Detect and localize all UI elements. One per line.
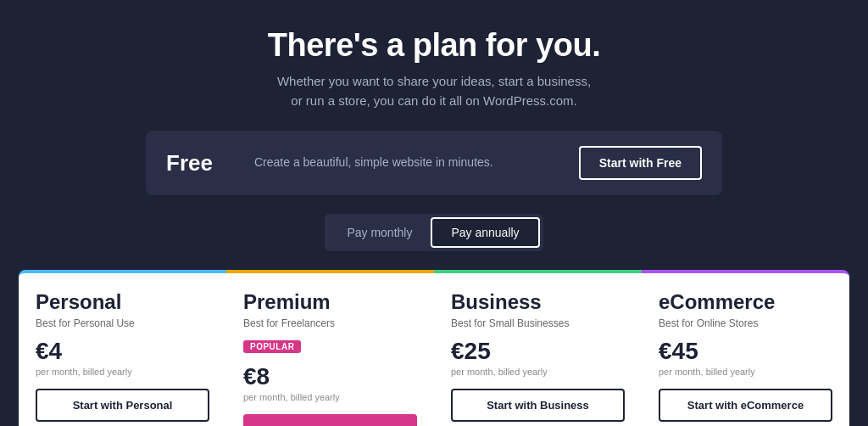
header-section: There's a plan for you. Whether you want… bbox=[268, 27, 600, 110]
popular-badge: POPULAR bbox=[243, 340, 301, 353]
free-plan-bar: Free Create a beautiful, simple website … bbox=[146, 131, 722, 195]
premium-plan-card: Premium Best for Freelancers POPULAR €8 … bbox=[226, 270, 434, 426]
business-plan-price: €25 bbox=[451, 338, 625, 365]
premium-plan-price: €8 bbox=[243, 363, 417, 390]
start-ecommerce-button[interactable]: Start with eCommerce bbox=[659, 389, 832, 422]
premium-plan-billing: per month, billed yearly bbox=[243, 392, 417, 402]
ecommerce-plan-billing: per month, billed yearly bbox=[659, 367, 832, 377]
plans-grid: Personal Best for Personal Use €4 per mo… bbox=[19, 270, 849, 426]
free-plan-description: Create a beautiful, simple website in mi… bbox=[254, 154, 559, 171]
page-title: There's a plan for you. bbox=[268, 27, 600, 64]
premium-plan-name: Premium bbox=[243, 290, 417, 314]
personal-plan-billing: per month, billed yearly bbox=[36, 367, 209, 377]
start-business-button[interactable]: Start with Business bbox=[451, 389, 625, 422]
start-free-button[interactable]: Start with Free bbox=[579, 146, 702, 180]
personal-plan-name: Personal bbox=[36, 290, 209, 314]
ecommerce-plan-tagline: Best for Online Stores bbox=[659, 317, 832, 329]
personal-plan-price: €4 bbox=[36, 338, 209, 365]
billing-toggle: Pay monthly Pay annually bbox=[325, 214, 542, 251]
business-plan-name: Business bbox=[451, 290, 625, 314]
pay-monthly-button[interactable]: Pay monthly bbox=[328, 217, 431, 248]
subtitle-line1: Whether you want to share your ideas, st… bbox=[277, 74, 591, 88]
pay-annually-button[interactable]: Pay annually bbox=[431, 217, 539, 248]
ecommerce-plan-card: eCommerce Best for Online Stores €45 per… bbox=[642, 270, 849, 426]
ecommerce-plan-name: eCommerce bbox=[659, 290, 832, 314]
ecommerce-plan-price: €45 bbox=[659, 338, 832, 365]
subtitle: Whether you want to share your ideas, st… bbox=[268, 72, 600, 110]
personal-plan-tagline: Best for Personal Use bbox=[36, 317, 209, 329]
subtitle-line2: or run a store, you can do it all on Wor… bbox=[291, 93, 576, 108]
page-wrapper: There's a plan for you. Whether you want… bbox=[0, 0, 868, 426]
start-personal-button[interactable]: Start with Personal bbox=[36, 389, 209, 422]
premium-plan-tagline: Best for Freelancers bbox=[243, 317, 417, 329]
business-plan-billing: per month, billed yearly bbox=[451, 367, 625, 377]
business-plan-tagline: Best for Small Businesses bbox=[451, 317, 625, 329]
free-plan-label: Free bbox=[166, 150, 234, 177]
personal-plan-card: Personal Best for Personal Use €4 per mo… bbox=[19, 270, 226, 426]
start-premium-button[interactable]: Start with Premium bbox=[243, 414, 417, 426]
business-plan-card: Business Best for Small Businesses €25 p… bbox=[434, 270, 642, 426]
